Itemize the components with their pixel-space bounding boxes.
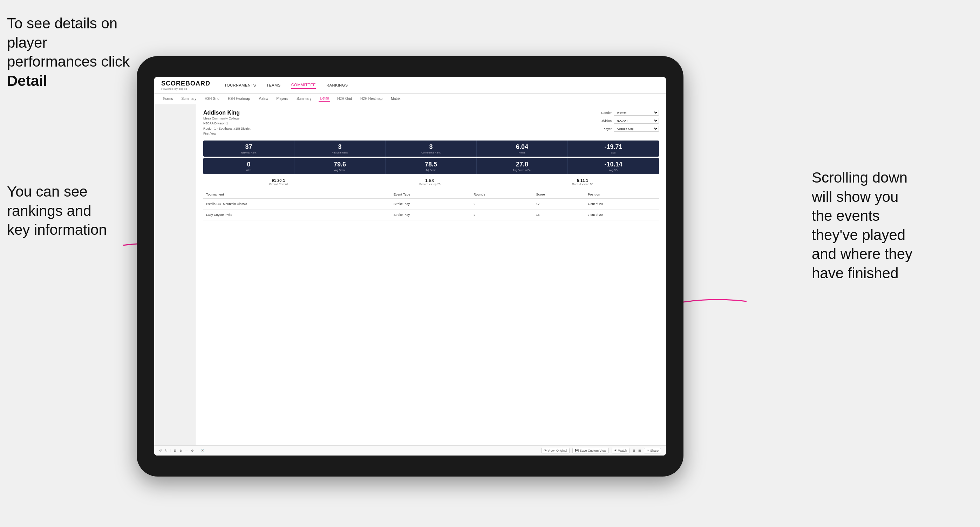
tournament-name-2: Lady Coyote Invite [203,209,371,220]
annotation-right-line3: the events [812,208,880,224]
sub-nav-detail[interactable]: Detail [318,96,331,102]
tablet-screen: SCOREBOARD Powered by clippd TOURNAMENTS… [154,77,666,456]
record-top25-label: Record vs top 25 [419,183,440,186]
sub-nav-h2h-grid[interactable]: H2H Grid [203,96,221,101]
logo-text: SCOREBOARD [161,80,210,87]
event-type-2: Stroke Play [391,209,471,220]
record-overall-label: Overall Record [269,183,288,186]
events-table-body: Estella CC- Mountain Classic Stroke Play… [203,198,659,220]
toolbar-sep-2: — [185,449,188,452]
zoom-fit-icon[interactable]: ⊞ [174,449,177,452]
nav-rankings[interactable]: RANKINGS [326,82,348,89]
watch-label: Watch [618,449,627,452]
stat-sos-value: -19.71 [570,143,657,151]
sub-nav-h2h-heatmap2[interactable]: H2H Heatmap [359,96,384,101]
stat-regional-rank-label: Regional Rank [296,151,383,154]
sub-nav-teams[interactable]: Teams [161,96,174,101]
stat-regional-rank: 3 Regional Rank [294,141,385,157]
col-event-type: Event Type [391,190,471,199]
col-spacer [371,190,391,199]
rounds-1: 2 [471,198,533,209]
watch-icon: 👁 [614,449,617,452]
table-row: Estella CC- Mountain Classic Stroke Play… [203,198,659,209]
stat-wins: 0 Wins [203,158,294,174]
annotation-bottom-left: You can see rankings and key information [7,182,140,240]
stat-points: 6.04 Points [477,141,568,157]
tablet: SCOREBOARD Powered by clippd TOURNAMENTS… [137,56,684,476]
watch-button[interactable]: 👁 Watch [612,448,630,453]
sub-nav-summary2[interactable]: Summary [295,96,313,101]
record-top50: 5-11-1 Record vs top 50 [572,178,593,186]
spacer-2 [371,209,391,220]
sub-nav-summary[interactable]: Summary [180,96,198,101]
event-type-1: Stroke Play [391,198,471,209]
annotation-right-line6: have finished [812,265,899,281]
stat-sos-label: SoS [570,151,657,154]
nav-tournaments[interactable]: TOURNAMENTS [224,82,256,89]
redo-icon[interactable]: ↻ [165,449,167,452]
stat-points-label: Points [479,151,565,154]
player-select[interactable]: Addison King [614,126,659,132]
table-row: Lady Coyote Invite Stroke Play 2 16 7 ou… [203,209,659,220]
top-nav: SCOREBOARD Powered by clippd TOURNAMENTS… [154,77,666,94]
annotation-top-left: To see details on player performances cl… [7,14,140,90]
zoom-out-icon[interactable]: ⊖ [191,449,194,452]
sub-nav: Teams Summary H2H Grid H2H Heatmap Matri… [154,94,666,104]
stat-avg-sg-label: Avg SG [570,169,657,171]
nav-committee[interactable]: COMMITTEE [291,81,316,89]
sub-nav-players[interactable]: Players [275,96,290,101]
record-overall-value: 91-20-1 [269,178,288,183]
position-2: 7 out of 20 [585,209,659,220]
share-button[interactable]: ↗ Share [644,448,661,453]
sub-nav-h2h-grid2[interactable]: H2H Grid [336,96,353,101]
stats-row-1: 37 National Rank 3 Regional Rank 3 Confe… [203,141,659,157]
stat-avg-sg: -10.14 Avg SG [568,158,659,174]
clock-icon: 🕐 [200,449,204,452]
stat-avg-sg-value: -10.14 [570,161,657,168]
view-original-button[interactable]: 👁 View: Original [541,448,570,453]
player-region: Region 1 - Southwest (18) District [203,126,251,131]
division-control: Division NJCAA I [596,118,659,124]
logo-sub: Powered by clippd [161,87,210,90]
record-top50-value: 5-11-1 [572,178,593,183]
events-table: Tournament Event Type Rounds Score Posit… [203,190,659,221]
gender-control: Gender Women [596,110,659,116]
annotation-right-line2: will show you [812,189,898,205]
gender-select[interactable]: Women [614,110,659,116]
sub-nav-h2h-heatmap[interactable]: H2H Heatmap [226,96,251,101]
stat-conference-rank: 3 Conference Rank [385,141,477,157]
view-original-label: View: Original [548,449,567,452]
col-rounds: Rounds [471,190,533,199]
annotation-detail-bold: Detail [7,73,47,89]
sub-nav-matrix[interactable]: Matrix [257,96,269,101]
division-select[interactable]: NJCAA I [614,118,659,124]
view-icon: 👁 [544,449,547,452]
annotation-right-line4: they've played [812,227,905,243]
rounds-2: 2 [471,209,533,220]
stat-avg-score: 79.6 Avg Score [294,158,385,174]
stat-wins-value: 0 [205,161,292,168]
zoom-in-icon[interactable]: ⊕ [180,449,182,452]
records-row: 91-20-1 Overall Record 1-5-0 Record vs t… [203,178,659,186]
player-control: Player Addison King [596,126,659,132]
stat-sos: -19.71 SoS [568,141,659,157]
toolbar-sep-1: | [170,449,171,452]
save-custom-button[interactable]: 💾 Save Custom View [573,448,609,453]
share-label: Share [650,449,659,452]
main-content: Addison King Mesa Community College NJCA… [196,104,666,445]
stat-national-rank: 37 National Rank [203,141,294,157]
share-icon: ↗ [646,449,649,452]
annotation-top-left-text: To see details on player performances cl… [7,15,130,70]
gender-label: Gender [596,111,612,114]
sub-nav-matrix2[interactable]: Matrix [390,96,402,101]
player-info: Addison King Mesa Community College NJCA… [203,110,251,136]
stat-conference-rank-value: 3 [388,143,474,151]
toolbar-sep-3: | [197,449,197,452]
nav-teams[interactable]: TEAMS [266,82,280,89]
undo-icon[interactable]: ↺ [159,449,162,452]
bottom-toolbar: ↺ ↻ | ⊞ ⊕ — ⊖ | 🕐 👁 View: Original 💾 Sav… [154,445,666,456]
player-name: Addison King [203,110,251,116]
annotation-right: Scrolling down will show you the events … [812,168,959,283]
stat-avg-score-par-value: 27.8 [479,161,565,168]
col-score: Score [533,190,585,199]
